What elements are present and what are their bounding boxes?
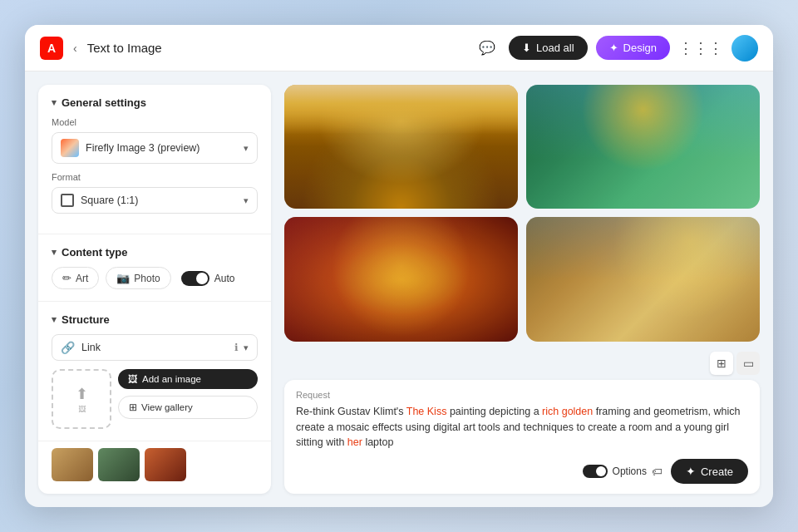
request-text: Re-think Gustav Klimt's The Kiss paintin…: [296, 404, 748, 451]
grid-icon: ⋮⋮⋮: [678, 39, 723, 57]
auto-toggle[interactable]: Auto: [181, 271, 235, 286]
link-icon: 🔗: [61, 341, 75, 354]
model-label: Model: [52, 117, 258, 127]
auto-toggle-thumb: [196, 273, 208, 284]
main-content: ▾ General settings Model Firefly Image 3…: [25, 71, 773, 507]
options-sticker-icon: 🏷: [652, 466, 663, 478]
gallery-icon: ⊞: [129, 401, 137, 413]
content-type-buttons: ✏ Art 📷 Photo Auto: [52, 267, 258, 289]
options-toggle-thumb: [596, 466, 606, 476]
image-card-3[interactable]: [284, 217, 518, 341]
thumb-item-3[interactable]: [145, 448, 186, 481]
link-dropdown[interactable]: 🔗 Link ℹ ▾: [52, 334, 258, 361]
format-square-icon: [61, 194, 74, 207]
view-toggle: ⊞ ▭: [284, 352, 760, 375]
content-type-section: ▾ Content type ✏ Art 📷 Photo: [38, 234, 271, 302]
images-grid: [284, 85, 760, 342]
model-dropdown-chevron-icon: ▾: [244, 143, 249, 154]
thumbnail-row: [38, 441, 271, 488]
structure-section: ▾ Structure 🔗 Link ℹ ▾: [38, 302, 271, 441]
request-label: Request: [296, 390, 748, 400]
request-text-part2: painting depicting a: [446, 406, 542, 417]
add-image-button[interactable]: 🖼 Add an image: [118, 369, 258, 389]
header-actions: 💬 ⬇ Load all ✦ Design ⋮⋮⋮: [474, 35, 758, 62]
model-thumbnail: [61, 139, 79, 157]
request-text-part1: Re-think Gustav Klimt's: [296, 406, 406, 417]
art-brush-icon: ✏: [62, 272, 71, 284]
photo-button[interactable]: 📷 Photo: [106, 267, 170, 289]
content-type-chevron-icon: ▾: [52, 247, 57, 258]
general-settings-header[interactable]: ▾ General settings: [52, 96, 258, 109]
upload-placeholder-icon: ⬆ 🖼: [76, 385, 88, 413]
view-gallery-button[interactable]: ⊞ View gallery: [118, 396, 258, 419]
design-button[interactable]: ✦ Design: [596, 36, 670, 60]
upload-actions: 🖼 Add an image ⊞ View gallery: [118, 369, 258, 419]
image-card-2[interactable]: [526, 85, 760, 209]
download-icon: ⬇: [522, 42, 531, 54]
options-toggle[interactable]: Options 🏷: [583, 465, 663, 478]
options-toggle-track[interactable]: [583, 465, 608, 478]
request-highlight-2: rich golden: [542, 406, 593, 417]
image-upload-area[interactable]: ⬆ 🖼: [52, 369, 111, 429]
art-button[interactable]: ✏ Art: [52, 267, 99, 289]
request-highlight-3: her: [347, 436, 362, 448]
link-chevron-icon: ▾: [244, 342, 249, 353]
format-dropdown-chevron-icon: ▾: [244, 195, 249, 206]
right-panel: ⊞ ▭ Request Re-think Gustav Klimt's The …: [284, 85, 760, 494]
single-view-button[interactable]: ▭: [736, 352, 760, 375]
link-info-icon: ℹ: [234, 342, 239, 353]
general-settings-section: ▾ General settings Model Firefly Image 3…: [38, 85, 271, 234]
request-highlight-1: The Kiss: [406, 406, 447, 417]
single-view-icon: ▭: [743, 357, 754, 370]
model-dropdown[interactable]: Firefly Image 3 (preview) ▾: [52, 132, 258, 164]
grid-view-button[interactable]: ⊞: [710, 352, 733, 375]
request-actions: Options 🏷 ✦ Create: [296, 459, 748, 484]
structure-header[interactable]: ▾ Structure: [52, 313, 258, 326]
load-all-button[interactable]: ⬇ Load all: [509, 36, 588, 60]
content-type-header[interactable]: ▾ Content type: [52, 246, 258, 259]
format-label: Format: [52, 172, 258, 182]
chat-icon-button[interactable]: 💬: [474, 35, 500, 62]
user-avatar[interactable]: [732, 35, 758, 62]
auto-toggle-track[interactable]: [181, 271, 209, 286]
image-card-4[interactable]: [526, 217, 760, 341]
image-card-1[interactable]: [284, 85, 518, 209]
page-title: Text to Image: [87, 41, 162, 55]
back-button[interactable]: ‹: [73, 42, 77, 55]
create-sparkle-icon: ✦: [686, 465, 696, 478]
format-dropdown[interactable]: Square (1:1) ▾: [52, 187, 258, 214]
adobe-logo: A: [40, 37, 63, 60]
grid-view-icon: ⊞: [717, 357, 727, 370]
request-text-part4: laptop: [362, 436, 394, 448]
request-panel: Request Re-think Gustav Klimt's The Kiss…: [284, 380, 760, 494]
general-settings-chevron-icon: ▾: [52, 97, 57, 108]
upload-row: ⬆ 🖼 🖼 Add an image ⊞ View gallery: [52, 369, 258, 429]
apps-grid-button[interactable]: ⋮⋮⋮: [678, 39, 723, 57]
structure-chevron-icon: ▾: [52, 314, 57, 325]
camera-icon: 📷: [116, 272, 130, 284]
back-chevron-icon: ‹: [73, 42, 77, 55]
sidebar: ▾ General settings Model Firefly Image 3…: [38, 85, 271, 494]
chat-icon: 💬: [479, 40, 495, 56]
thumb-item-2[interactable]: [98, 448, 140, 481]
sparkle-icon: ✦: [609, 42, 618, 54]
add-image-icon: 🖼: [128, 374, 138, 384]
header: A ‹ Text to Image 💬 ⬇ Load all ✦ Design …: [25, 25, 773, 71]
create-button[interactable]: ✦ Create: [671, 459, 748, 484]
thumb-item-1[interactable]: [52, 448, 93, 481]
